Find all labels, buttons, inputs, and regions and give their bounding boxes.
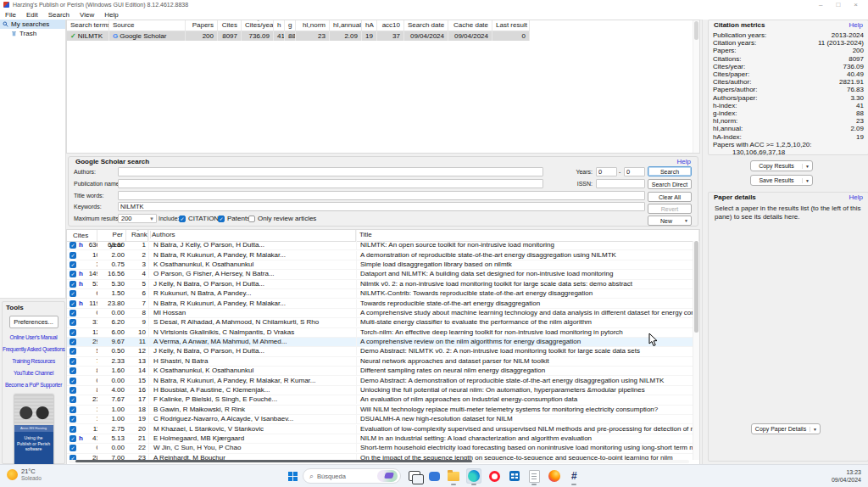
row-checkbox[interactable]: ✓ <box>70 281 76 288</box>
result-row[interactable]: ✓ 23 7.67 17 F Kalinke, P Bielski, S Sin… <box>67 395 693 405</box>
new-button[interactable]: ▼ New <box>648 216 692 226</box>
sidebar-item-my-searches[interactable]: My searches <box>0 20 65 29</box>
save-results-button[interactable]: Save Results ▼ <box>750 175 813 186</box>
taskbar-clock[interactable]: 13:23 09/04/2024 <box>832 469 861 484</box>
searches-column-header[interactable]: h <box>274 20 285 31</box>
menu-search[interactable]: Search <box>43 11 75 19</box>
menu-help[interactable]: Help <box>99 11 123 19</box>
search-button[interactable]: Search <box>648 166 692 176</box>
chevron-down-icon[interactable]: ▼ <box>802 164 812 169</box>
minimize-button[interactable]: – <box>819 1 822 9</box>
metrics-help-link[interactable]: Help <box>849 21 863 29</box>
task-view-button[interactable] <box>407 468 422 484</box>
copy-paper-details-button[interactable]: Copy Paper Details ▼ <box>751 423 821 434</box>
result-row[interactable]: ✓ 7 2.33 13 H Shastri, N Batra Neural ne… <box>67 357 693 367</box>
tools-link[interactable]: Frequently Asked Questions <box>3 346 64 352</box>
include-checkbox-patents[interactable]: ✓Patents <box>218 215 250 222</box>
store-button[interactable] <box>507 468 522 484</box>
start-button[interactable] <box>285 468 300 484</box>
result-row[interactable]: ✓ h 636 63.60 1 N Batra, J Kelly, O Pars… <box>67 241 693 250</box>
sidebar-item-trash[interactable]: Trash <box>0 29 65 38</box>
maximize-button[interactable]: □ <box>836 1 840 9</box>
result-row[interactable]: ✓ 5 0.50 12 J Kelly, N Batra, O Parson, … <box>67 347 693 356</box>
col-cites[interactable]: Cites <box>67 230 97 241</box>
keywords-input[interactable] <box>118 202 645 211</box>
searches-column-header[interactable]: hI,norm <box>296 20 330 31</box>
row-checkbox[interactable]: ✓ <box>70 445 76 451</box>
searches-column-header[interactable]: Search terms <box>67 20 109 31</box>
authors-input[interactable] <box>118 167 543 176</box>
result-row[interactable]: ✓ 8 4.00 16 H Bousbiat, A Faustine, C Kl… <box>67 386 693 395</box>
result-row[interactable]: ✓ h 41 5.13 21 E Holmegaard, MB Kjærgaar… <box>67 434 693 444</box>
row-checkbox[interactable]: ✓ <box>70 329 76 336</box>
row-checkbox[interactable]: ✓ <box>70 387 76 394</box>
years-to-input[interactable] <box>624 167 645 176</box>
col-per-year[interactable]: Per year <box>97 230 126 241</box>
row-checkbox[interactable]: ✓ <box>70 242 76 249</box>
row-checkbox[interactable]: ✓ <box>70 435 76 442</box>
searches-column-header[interactable]: hA <box>362 20 377 31</box>
result-row[interactable]: ✓ 29 9.67 11 A Verma, A Anwar, MA Mahmud… <box>67 338 693 347</box>
searches-column-header[interactable]: Papers <box>186 20 218 31</box>
chevron-down-icon[interactable]: ▼ <box>802 178 812 183</box>
result-row[interactable]: ✓ 6 1.50 6 R Kukunuri, N Batra, A Pandey… <box>67 289 693 299</box>
scrollbar-thumb[interactable] <box>75 460 472 462</box>
result-row[interactable]: ✓ 31 6.20 9 S Desai, R Alhadad, A Mahmoo… <box>67 318 693 327</box>
opera-button[interactable] <box>487 468 502 484</box>
paper-details-help-link[interactable]: Help <box>849 193 863 201</box>
row-checkbox[interactable]: ✓ <box>70 367 76 374</box>
tools-link[interactable]: YouTube Channel <box>3 370 64 376</box>
title-words-input[interactable] <box>118 191 645 200</box>
searches-column-header[interactable]: Cites/yearˆ <box>242 20 274 31</box>
clear-all-button[interactable]: Clear All <box>648 192 692 202</box>
result-row[interactable]: ✓ 12 6.00 10 N Virtsionis Gkalinikis, C … <box>67 328 693 338</box>
unchecked-checkbox-icon[interactable] <box>248 216 255 222</box>
file-explorer-button[interactable] <box>446 468 461 484</box>
result-row[interactable]: ✓ 1 1.00 19 C Rodriguez-Navarro, A Alcay… <box>67 415 693 424</box>
revert-button[interactable]: Revert <box>648 204 692 214</box>
include-checkbox-only-review-articles[interactable]: Only review articles <box>248 215 316 222</box>
row-checkbox[interactable]: ✓ <box>70 319 76 326</box>
taskbar-search[interactable]: ⌕ Búsqueda <box>303 468 401 484</box>
notepad-button[interactable] <box>526 468 542 484</box>
result-row[interactable]: ✓ 0 0.00 8 MI Hossan A comprehensive stu… <box>67 309 693 318</box>
col-title[interactable]: Title <box>356 230 699 241</box>
search-direct-button[interactable]: Search Direct <box>648 179 692 189</box>
max-results-select[interactable]: 200 ▼ <box>118 214 157 223</box>
result-row[interactable]: ✓ h 149 16.56 4 O Parson, G Fisher, A He… <box>67 270 693 279</box>
results-horizontal-scrollbar[interactable] <box>69 460 689 463</box>
result-row[interactable]: ✓ 8 1.60 14 K Osathanunkul, K Osathanunk… <box>67 367 693 376</box>
row-checkbox[interactable]: ✓ <box>70 290 76 297</box>
col-authors[interactable]: Authors <box>148 230 356 241</box>
years-from-input[interactable] <box>596 167 617 176</box>
result-row[interactable]: ✓ 3 0.75 3 K Osathanunkul, K Osathanunku… <box>67 260 693 270</box>
checked-checkbox-icon[interactable]: ✓ <box>179 216 186 222</box>
publish-or-perish-button[interactable]: # <box>566 468 581 484</box>
searches-column-header[interactable]: Last result <box>492 20 530 31</box>
searches-column-header[interactable]: Search date <box>404 20 448 31</box>
row-checkbox[interactable]: ✓ <box>70 396 76 403</box>
tools-link[interactable]: Online User's Manual <box>3 334 64 340</box>
row-checkbox[interactable]: ✓ <box>70 261 76 268</box>
searches-column-header[interactable]: Cache date <box>448 20 492 31</box>
menu-edit[interactable]: Edit <box>21 11 43 19</box>
edge-button[interactable] <box>466 468 481 484</box>
copy-results-button[interactable]: Copy Results ▼ <box>750 160 813 171</box>
row-checkbox[interactable]: ✓ <box>70 426 76 433</box>
tools-link[interactable]: Training Resources <box>3 358 64 364</box>
include-checkbox-citations[interactable]: ✓CITATIONs <box>179 215 222 222</box>
result-row[interactable]: ✓ 28 7.00 23 A Reinhardt, M Bouchur On t… <box>67 454 693 460</box>
row-checkbox[interactable]: ✓ <box>70 252 76 259</box>
row-checkbox[interactable]: ✓ <box>70 416 76 423</box>
row-checkbox[interactable]: ✓ <box>70 300 76 307</box>
searches-column-header[interactable]: acc10 <box>377 20 404 31</box>
result-row[interactable]: ✓ 1 1.00 18 B Gawin, R Małkowski, R Rink… <box>67 406 693 415</box>
issn-input[interactable] <box>596 179 645 188</box>
row-checkbox[interactable]: ✓ <box>70 358 76 365</box>
searches-column-header[interactable]: Cites <box>218 20 242 31</box>
row-checkbox[interactable]: ✓ <box>70 271 76 277</box>
chat-button[interactable] <box>426 468 442 484</box>
row-checkbox[interactable]: ✓ <box>70 378 76 384</box>
result-row[interactable]: ✓ 11 2.75 20 M Khazaei, L Stankovic, V S… <box>67 424 693 434</box>
result-row[interactable]: ✓ 0 0.00 22 W Jin, C Sun, H You, P Chao … <box>67 444 693 453</box>
